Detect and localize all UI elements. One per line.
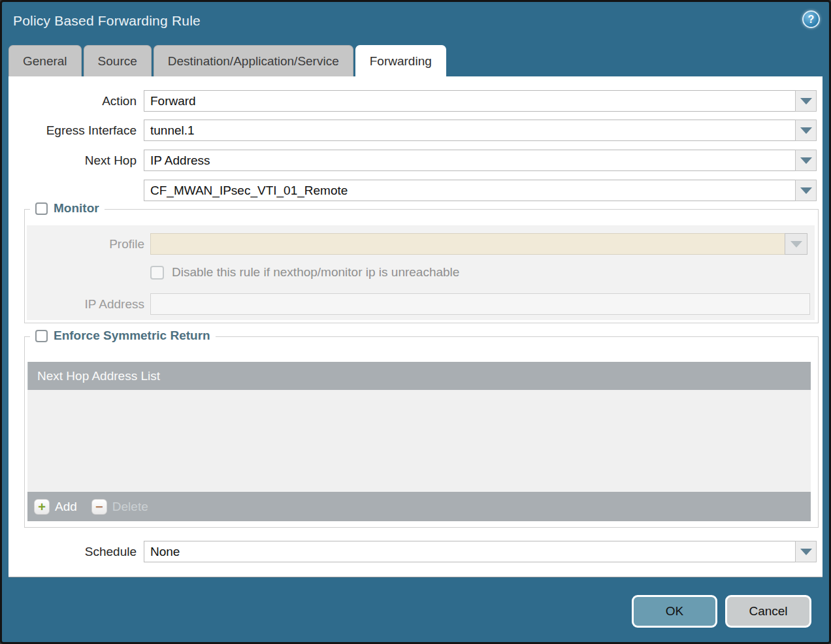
monitor-legend: Monitor [30, 201, 105, 216]
egress-interface-dropdown-button[interactable] [795, 120, 817, 141]
egress-interface-input[interactable] [144, 120, 795, 141]
tab-forwarding[interactable]: Forwarding [355, 45, 446, 76]
monitor-profile-row: Profile [27, 233, 807, 255]
schedule-label: Schedule [8, 541, 137, 562]
next-hop-address-list-footer: + Add − Delete [27, 492, 811, 521]
profile-input [150, 233, 785, 255]
egress-interface-label: Egress Interface [8, 120, 137, 141]
action-input[interactable] [144, 90, 795, 112]
delete-button: − Delete [91, 499, 148, 515]
action-label: Action [8, 90, 137, 112]
chevron-down-icon [800, 187, 812, 194]
add-button[interactable]: + Add [34, 499, 77, 515]
plus-icon: + [34, 499, 50, 515]
chevron-down-icon [800, 127, 812, 134]
chevron-down-icon [800, 157, 812, 164]
monitor-ip-address-input [150, 293, 810, 315]
tab-source[interactable]: Source [84, 45, 152, 76]
monitor-checkbox[interactable] [35, 202, 48, 215]
monitor-group: Monitor Profile Disable this rule if nex… [24, 209, 819, 323]
action-row: Action [8, 90, 817, 112]
enforce-symmetric-return-checkbox[interactable] [35, 330, 48, 342]
next-hop-label: Next Hop [8, 150, 137, 171]
next-hop-type-dropdown-button[interactable] [795, 150, 817, 171]
add-button-label: Add [55, 500, 77, 514]
disable-rule-label: Disable this rule if nexthop/monitor ip … [172, 265, 459, 280]
tab-general[interactable]: General [8, 45, 82, 76]
next-hop-type-combo [144, 150, 817, 171]
tab-destination-application-service[interactable]: Destination/Application/Service [154, 45, 353, 76]
action-dropdown-button[interactable] [795, 90, 817, 112]
chevron-down-icon [800, 98, 812, 105]
forwarding-tab-panel: Action Egress Interface Next Hop [8, 76, 823, 577]
profile-dropdown-button [785, 233, 807, 255]
enforce-symmetric-return-group: Enforce Symmetric Return Next Hop Addres… [24, 336, 819, 528]
help-icon[interactable]: ? [802, 10, 820, 28]
disable-rule-row: Disable this rule if nexthop/monitor ip … [150, 265, 459, 280]
tab-bar: General Source Destination/Application/S… [8, 45, 446, 76]
next-hop-address-row [8, 180, 817, 201]
disable-rule-checkbox [150, 266, 164, 280]
next-hop-address-combo [144, 180, 817, 201]
policy-based-forwarding-dialog: Policy Based Forwarding Rule ? General S… [0, 0, 831, 644]
egress-interface-combo [144, 120, 817, 141]
monitor-disabled-panel: Profile Disable this rule if nexthop/mon… [27, 225, 815, 320]
schedule-dropdown-button[interactable] [795, 541, 817, 562]
next-hop-type-input[interactable] [144, 150, 795, 171]
schedule-row: Schedule [8, 541, 817, 562]
enforce-symmetric-return-legend: Enforce Symmetric Return [30, 329, 216, 343]
monitor-ip-address-row: IP Address [27, 293, 810, 315]
egress-interface-row: Egress Interface [8, 120, 817, 141]
chevron-down-icon [790, 241, 802, 248]
enforce-symmetric-return-title: Enforce Symmetric Return [54, 329, 210, 343]
monitor-title: Monitor [54, 201, 99, 216]
next-hop-address-list-table: Next Hop Address List + Add − Delete [27, 362, 811, 521]
next-hop-address-dropdown-button[interactable] [795, 180, 817, 201]
next-hop-address-input[interactable] [144, 180, 795, 201]
cancel-button[interactable]: Cancel [725, 595, 811, 628]
profile-label: Profile [27, 233, 144, 255]
next-hop-address-list-header: Next Hop Address List [27, 362, 811, 390]
ok-button[interactable]: OK [632, 595, 717, 628]
profile-combo [150, 233, 807, 255]
delete-button-label: Delete [112, 500, 148, 514]
schedule-combo [144, 541, 817, 562]
next-hop-address-list-body[interactable] [27, 390, 811, 492]
minus-icon: − [91, 499, 107, 515]
page-title: Policy Based Forwarding Rule [13, 13, 201, 29]
action-combo [144, 90, 817, 112]
schedule-input[interactable] [144, 541, 795, 562]
chevron-down-icon [800, 549, 812, 555]
next-hop-row: Next Hop [8, 150, 817, 171]
monitor-ip-address-label: IP Address [27, 293, 144, 315]
